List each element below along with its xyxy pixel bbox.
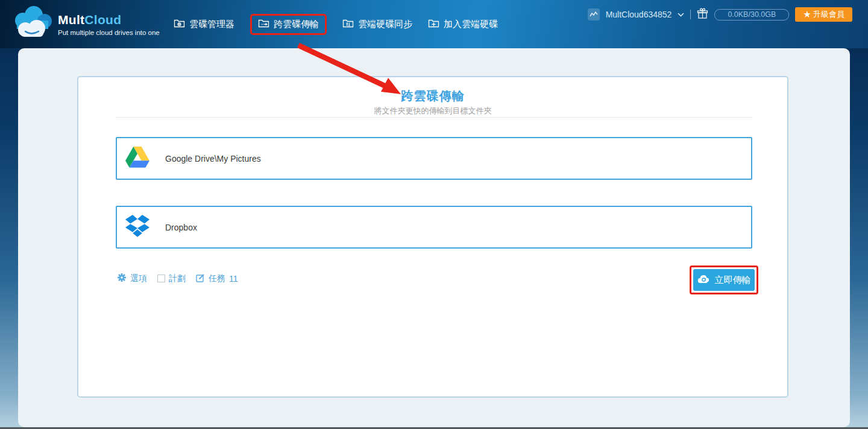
- folder-transfer-icon: [258, 19, 269, 30]
- source-path-label: Google Drive\My Pictures: [165, 154, 261, 164]
- storage-usage-pill[interactable]: 0.0KB/30.0GB: [714, 9, 789, 21]
- page-title: 跨雲碟傳輸: [78, 88, 787, 104]
- account-area: MultCloud634852 0.0KB/30.0GB ★ 升級會員: [588, 0, 852, 29]
- top-header: MultCloud Put multiple cloud drives into…: [0, 0, 868, 48]
- edit-task-icon: [196, 273, 205, 284]
- page-subtitle: 將文件夾更快的傳輸到目標文件夾: [78, 106, 787, 116]
- folder-add-icon: [428, 19, 439, 30]
- brand-name-part2: Cloud: [84, 13, 121, 27]
- nav-cloud-transfer[interactable]: 跨雲碟傳輸: [250, 14, 327, 35]
- cloud-sync-icon: [697, 275, 710, 285]
- google-drive-icon: [125, 147, 149, 170]
- chevron-down-icon[interactable]: [678, 13, 684, 17]
- brand-wordmark: MultCloud: [58, 13, 160, 27]
- transfer-card: 跨雲碟傳輸 將文件夾更快的傳輸到目標文件夾 Google Drive\My Pi…: [77, 76, 788, 398]
- brand-name-part1: Mult: [58, 13, 84, 27]
- dropbox-icon: [125, 215, 149, 240]
- folder-gear-icon: [174, 19, 185, 30]
- source-drive-box[interactable]: Google Drive\My Pictures: [116, 137, 752, 180]
- transfer-now-label: 立即傳輸: [715, 275, 751, 286]
- title-divider: [116, 117, 752, 118]
- page: MultCloud Put multiple cloud drives into…: [0, 0, 868, 429]
- nav-cloud-transfer-label: 跨雲碟傳輸: [274, 19, 319, 30]
- main-nav: 雲碟管理器 跨雲碟傳輸: [174, 0, 498, 48]
- nav-cloud-sync-label: 雲端硬碟同步: [358, 19, 412, 30]
- options-row: 選項 計劃 任務 11: [117, 273, 238, 284]
- username[interactable]: MultCloud634852: [606, 10, 672, 19]
- nav-cloud-manager-label: 雲碟管理器: [189, 19, 234, 30]
- schedule-label: 計劃: [169, 273, 186, 284]
- options-label: 選項: [130, 273, 147, 284]
- options-link[interactable]: 選項: [117, 273, 147, 284]
- brand-tagline: Put multiple cloud drives into one: [58, 29, 160, 36]
- gift-icon[interactable]: [697, 8, 708, 22]
- header-divider: [690, 10, 691, 19]
- tasks-count: 11: [229, 274, 238, 284]
- schedule-checkbox[interactable]: [157, 275, 165, 282]
- multcloud-logo-icon: [12, 5, 53, 43]
- nav-cloud-sync[interactable]: 雲端硬碟同步: [342, 19, 412, 30]
- tasks-link[interactable]: 任務 11: [196, 273, 238, 284]
- destination-drive-box[interactable]: Dropbox: [116, 206, 752, 249]
- nav-add-cloud-label: 加入雲端硬碟: [444, 19, 498, 30]
- nav-cloud-manager[interactable]: 雲碟管理器: [174, 19, 234, 30]
- folder-sync-icon: [342, 19, 354, 30]
- gear-icon: [117, 273, 127, 284]
- brand[interactable]: MultCloud Put multiple cloud drives into…: [12, 5, 160, 43]
- activity-avatar-icon[interactable]: [588, 8, 600, 21]
- upgrade-member-button[interactable]: ★ 升級會員: [795, 7, 852, 22]
- schedule-option[interactable]: 計劃: [157, 273, 186, 284]
- destination-path-label: Dropbox: [165, 223, 197, 232]
- nav-add-cloud[interactable]: 加入雲端硬碟: [428, 19, 498, 30]
- transfer-now-button[interactable]: 立即傳輸: [693, 269, 755, 291]
- content-panel: 跨雲碟傳輸 將文件夾更快的傳輸到目標文件夾 Google Drive\My Pi…: [18, 48, 850, 427]
- transfer-button-highlight: 立即傳輸: [690, 265, 758, 294]
- brand-text: MultCloud Put multiple cloud drives into…: [58, 13, 160, 36]
- tasks-label: 任務: [209, 273, 225, 284]
